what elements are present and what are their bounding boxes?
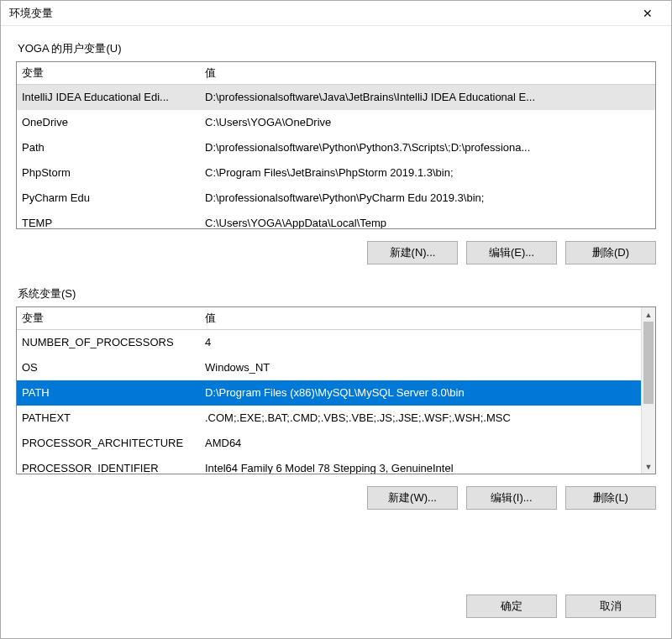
- table-row[interactable]: TEMPC:\Users\YOGA\AppData\Local\Temp: [17, 211, 655, 229]
- table-row[interactable]: OneDriveC:\Users\YOGA\OneDrive: [17, 110, 655, 135]
- scroll-up-icon[interactable]: ▲: [642, 307, 655, 322]
- sys-delete-button[interactable]: 删除(L): [565, 486, 656, 510]
- user-delete-button[interactable]: 删除(D): [565, 241, 656, 265]
- titlebar: 环境变量 ✕: [1, 1, 671, 26]
- var-name: PROCESSOR_ARCHITECTURE: [17, 431, 200, 456]
- env-vars-dialog: 环境变量 ✕ YOGA 的用户变量(U) 变量 值 IntelliJ IDEA …: [0, 0, 672, 639]
- var-name: PROCESSOR_IDENTIFIER: [17, 456, 200, 474]
- header-value[interactable]: 值: [200, 62, 655, 84]
- table-row[interactable]: IntelliJ IDEA Educational Edi...D:\profe…: [17, 85, 655, 110]
- scrollbar[interactable]: ▲ ▼: [641, 307, 655, 474]
- user-rows: IntelliJ IDEA Educational Edi...D:\profe…: [17, 85, 655, 229]
- system-list-header: 变量 值: [17, 307, 641, 330]
- system-vars-listbox[interactable]: 变量 值 NUMBER_OF_PROCESSORS4OSWindows_NTPA…: [16, 306, 656, 474]
- header-variable[interactable]: 变量: [17, 62, 200, 84]
- user-vars-listbox[interactable]: 变量 值 IntelliJ IDEA Educational Edi...D:\…: [16, 61, 656, 229]
- var-value: C:\Users\YOGA\OneDrive: [200, 110, 655, 135]
- system-vars-label: 系统变量(S): [18, 286, 656, 301]
- var-value: 4: [200, 330, 641, 355]
- var-name: TEMP: [17, 211, 200, 229]
- scroll-thumb[interactable]: [643, 322, 654, 404]
- var-value: Windows_NT: [200, 355, 641, 380]
- var-value: D:\professionalsoftware\Java\JetBrains\I…: [200, 85, 655, 110]
- table-row[interactable]: PROCESSOR_IDENTIFIERIntel64 Family 6 Mod…: [17, 456, 641, 474]
- table-row[interactable]: PATHD:\Program Files (x86)\MySQL\MySQL S…: [17, 380, 641, 406]
- var-name: PATHEXT: [17, 406, 200, 431]
- var-value: .COM;.EXE;.BAT;.CMD;.VBS;.VBE;.JS;.JSE;.…: [200, 406, 641, 431]
- dialog-content: YOGA 的用户变量(U) 变量 值 IntelliJ IDEA Educati…: [1, 26, 671, 638]
- var-value: C:\Users\YOGA\AppData\Local\Temp: [200, 211, 655, 229]
- var-value: C:\Program Files\JetBrains\PhpStorm 2019…: [200, 160, 655, 186]
- system-rows: NUMBER_OF_PROCESSORS4OSWindows_NTPATHD:\…: [17, 330, 641, 474]
- cancel-button[interactable]: 取消: [565, 594, 656, 618]
- table-row[interactable]: NUMBER_OF_PROCESSORS4: [17, 330, 641, 355]
- user-buttons: 新建(N)... 编辑(E)... 删除(D): [16, 241, 656, 265]
- var-name: Path: [17, 135, 200, 160]
- var-value: Intel64 Family 6 Model 78 Stepping 3, Ge…: [200, 456, 641, 474]
- var-name: PATH: [17, 380, 200, 406]
- table-row[interactable]: PathD:\professionalsoftware\Python\Pytho…: [17, 135, 655, 160]
- close-icon[interactable]: ✕: [631, 2, 664, 25]
- var-name: NUMBER_OF_PROCESSORS: [17, 330, 200, 355]
- var-name: OneDrive: [17, 110, 200, 135]
- table-row[interactable]: PATHEXT.COM;.EXE;.BAT;.CMD;.VBS;.VBE;.JS…: [17, 406, 641, 431]
- var-name: PyCharm Edu: [17, 186, 200, 211]
- ok-button[interactable]: 确定: [466, 594, 557, 618]
- user-list-header: 变量 值: [17, 62, 655, 85]
- user-edit-button[interactable]: 编辑(E)...: [466, 241, 557, 265]
- user-new-button[interactable]: 新建(N)...: [367, 241, 458, 265]
- dialog-buttons: 确定 取消: [16, 579, 656, 618]
- table-row[interactable]: PyCharm EduD:\professionalsoftware\Pytho…: [17, 186, 655, 211]
- sys-edit-button[interactable]: 编辑(I)...: [466, 486, 557, 510]
- system-buttons: 新建(W)... 编辑(I)... 删除(L): [16, 486, 656, 510]
- var-value: AMD64: [200, 431, 641, 456]
- table-row[interactable]: PhpStormC:\Program Files\JetBrains\PhpSt…: [17, 160, 655, 186]
- scroll-down-icon[interactable]: ▼: [642, 459, 655, 474]
- scroll-track[interactable]: [642, 322, 655, 459]
- var-value: D:\Program Files (x86)\MySQL\MySQL Serve…: [200, 380, 641, 406]
- sys-new-button[interactable]: 新建(W)...: [367, 486, 458, 510]
- table-row[interactable]: PROCESSOR_ARCHITECTUREAMD64: [17, 431, 641, 456]
- header-value[interactable]: 值: [200, 307, 641, 329]
- var-value: D:\professionalsoftware\Python\Python3.7…: [200, 135, 655, 160]
- header-variable[interactable]: 变量: [17, 307, 200, 329]
- table-row[interactable]: OSWindows_NT: [17, 355, 641, 380]
- var-name: OS: [17, 355, 200, 380]
- var-name: IntelliJ IDEA Educational Edi...: [17, 85, 200, 110]
- user-vars-label: YOGA 的用户变量(U): [18, 41, 656, 56]
- var-name: PhpStorm: [17, 160, 200, 186]
- window-title: 环境变量: [9, 6, 631, 21]
- var-value: D:\professionalsoftware\Python\PyCharm E…: [200, 186, 655, 211]
